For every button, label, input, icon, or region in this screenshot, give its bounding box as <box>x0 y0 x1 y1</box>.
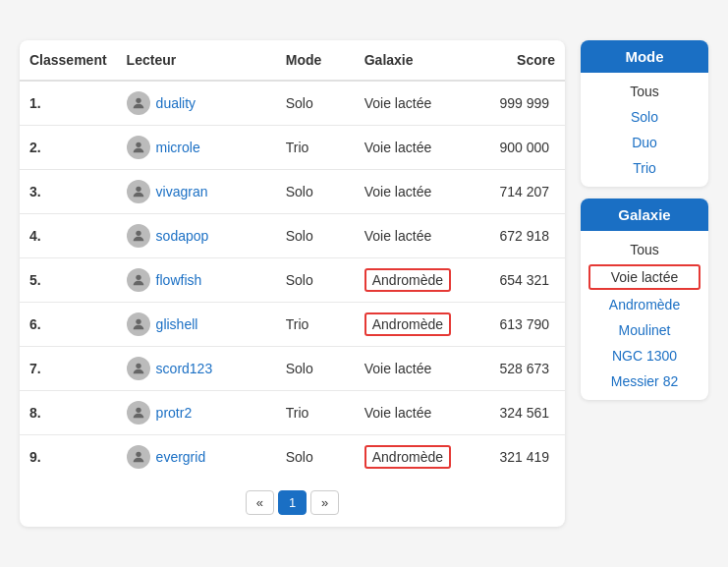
table-row: 2. microle TrioVoie lactée900 000 <box>20 126 565 170</box>
svg-point-8 <box>136 452 140 457</box>
mode-filter-item[interactable]: Tous <box>581 79 708 104</box>
galaxie-filter-title: Galaxie <box>581 198 708 231</box>
page-wrapper: Classement Lecteur Mode Galaxie Score 1.… <box>20 40 708 527</box>
svg-point-2 <box>136 187 140 192</box>
player-name[interactable]: glishell <box>156 316 198 332</box>
col-score: Score <box>477 40 565 81</box>
rank-cell: 7. <box>20 347 117 391</box>
player-name[interactable]: duality <box>156 95 196 111</box>
sidebar: Mode TousSoloDuoTrio Galaxie TousVoie la… <box>581 40 708 400</box>
avatar <box>127 312 150 336</box>
mode-cell: Solo <box>276 347 355 391</box>
rank-cell: 3. <box>20 170 117 214</box>
player-cell: flowfish <box>117 258 276 303</box>
col-lecteur: Lecteur <box>117 40 276 81</box>
col-mode: Mode <box>276 40 355 81</box>
player-cell: microle <box>117 126 276 170</box>
rank-cell: 5. <box>20 258 117 303</box>
user-icon <box>131 272 146 288</box>
galaxie-filter-items: TousVoie lactéeAndromèdeMoulinetNGC 1300… <box>581 231 708 400</box>
score-cell: 672 918 <box>477 214 565 258</box>
player-name[interactable]: protr2 <box>156 405 193 421</box>
rank-cell: 1. <box>20 81 117 126</box>
avatar <box>127 136 150 159</box>
mode-cell: Solo <box>276 258 355 303</box>
table-row: 6. glishell TrioAndromède613 790 <box>20 303 565 347</box>
avatar <box>127 268 150 292</box>
galaxy-cell: Voie lactée <box>355 391 478 435</box>
mode-filter-box: Mode TousSoloDuoTrio <box>581 40 708 187</box>
rank-cell: 4. <box>20 214 117 258</box>
player-cell: glishell <box>117 303 276 347</box>
next-page-button[interactable]: » <box>310 490 339 515</box>
user-icon <box>131 184 146 199</box>
pagination: « 1 » <box>20 479 565 527</box>
score-cell: 999 999 <box>477 81 565 126</box>
table-row: 5. flowfish SoloAndromède654 321 <box>20 258 565 303</box>
table-row: 4. sodapop SoloVoie lactée672 918 <box>20 214 565 258</box>
galaxy-cell: Voie lactée <box>355 214 478 258</box>
svg-point-0 <box>136 98 140 103</box>
mode-filter-item[interactable]: Trio <box>581 155 708 181</box>
table-row: 9. evergrid SoloAndromède321 419 <box>20 435 565 480</box>
svg-point-1 <box>136 142 140 147</box>
current-page-button[interactable]: 1 <box>278 490 307 515</box>
score-cell: 900 000 <box>477 126 565 170</box>
mode-cell: Solo <box>276 214 355 258</box>
player-name[interactable]: vivagran <box>156 184 208 199</box>
score-cell: 654 321 <box>477 258 565 303</box>
galaxie-filter-item[interactable]: Messier 82 <box>581 369 708 394</box>
player-name[interactable]: evergrid <box>156 449 206 465</box>
user-icon <box>131 316 146 332</box>
col-classement: Classement <box>20 40 117 81</box>
player-name[interactable]: microle <box>156 140 200 155</box>
player-name[interactable]: sodapop <box>156 228 209 244</box>
rank-cell: 2. <box>20 126 117 170</box>
player-cell: evergrid <box>117 435 276 480</box>
score-cell: 321 419 <box>477 435 565 480</box>
galaxie-filter-item[interactable]: Moulinet <box>581 317 708 343</box>
svg-point-6 <box>136 364 140 369</box>
user-icon <box>131 405 146 421</box>
mode-cell: Trio <box>276 391 355 435</box>
player-cell: protr2 <box>117 391 276 435</box>
avatar <box>127 445 150 469</box>
mode-filter-item[interactable]: Solo <box>581 104 708 130</box>
galaxy-cell: Andromède <box>355 435 478 480</box>
galaxie-filter-item[interactable]: Tous <box>581 237 708 262</box>
player-name[interactable]: flowfish <box>156 272 202 288</box>
score-cell: 714 207 <box>477 170 565 214</box>
galaxie-filter-box: Galaxie TousVoie lactéeAndromèdeMoulinet… <box>581 198 708 400</box>
player-name[interactable]: scord123 <box>156 361 213 376</box>
svg-point-7 <box>136 408 140 413</box>
col-galaxie: Galaxie <box>355 40 478 81</box>
leaderboard-table: Classement Lecteur Mode Galaxie Score 1.… <box>20 40 565 479</box>
avatar <box>127 401 150 425</box>
svg-point-5 <box>136 319 140 324</box>
player-cell: vivagran <box>117 170 276 214</box>
rank-cell: 8. <box>20 391 117 435</box>
galaxie-filter-item[interactable]: Andromède <box>581 292 708 317</box>
user-icon <box>131 361 146 376</box>
galaxy-cell: Voie lactée <box>355 126 478 170</box>
galaxy-cell: Andromède <box>355 303 478 347</box>
prev-page-button[interactable]: « <box>246 490 274 515</box>
galaxie-filter-item[interactable]: Voie lactée <box>588 264 700 290</box>
table-row: 3. vivagran SoloVoie lactée714 207 <box>20 170 565 214</box>
galaxy-highlighted: Andromède <box>364 312 451 336</box>
score-cell: 324 561 <box>477 391 565 435</box>
mode-cell: Trio <box>276 126 355 170</box>
main-panel: Classement Lecteur Mode Galaxie Score 1.… <box>20 40 565 527</box>
galaxy-highlighted: Andromède <box>364 268 451 292</box>
user-icon <box>131 449 146 465</box>
rank-cell: 6. <box>20 303 117 347</box>
mode-filter-item[interactable]: Duo <box>581 130 708 155</box>
galaxy-cell: Voie lactée <box>355 170 478 214</box>
rank-cell: 9. <box>20 435 117 480</box>
table-header-row: Classement Lecteur Mode Galaxie Score <box>20 40 565 81</box>
svg-point-3 <box>136 231 140 236</box>
galaxie-filter-item[interactable]: NGC 1300 <box>581 343 708 369</box>
mode-cell: Solo <box>276 435 355 480</box>
svg-point-4 <box>136 275 140 280</box>
avatar <box>127 357 150 380</box>
